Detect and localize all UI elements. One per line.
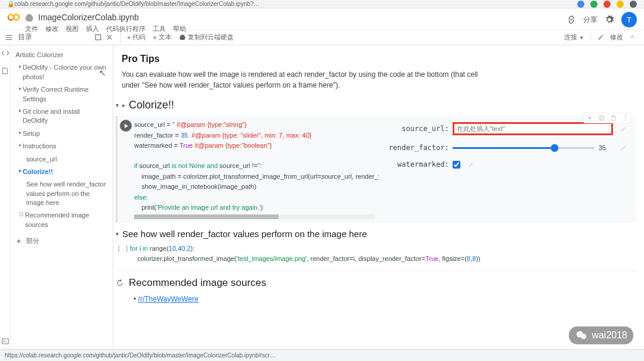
connect-button[interactable]: 连接 ▼ (564, 33, 584, 42)
cell-prompt: [ ] (116, 244, 130, 264)
svg-point-1 (14, 14, 19, 20)
settings-gear-icon[interactable] (605, 15, 614, 24)
render-factor-value: 35 (599, 144, 613, 151)
toc-item-add-section[interactable]: ＋ 部分 (16, 235, 108, 247)
render-factor-label: render_factor: (383, 144, 449, 152)
wechat-icon (575, 329, 588, 342)
lock-icon: 🔒 (7, 1, 14, 7)
render-factor-slider[interactable] (453, 147, 594, 149)
drive-small-icon (179, 34, 186, 41)
svg-rect-4 (2, 339, 8, 344)
run-cell-button[interactable] (120, 120, 132, 132)
toc-item-deoldify[interactable]: ▸DeOldify - Colorize your own photos! (16, 61, 108, 83)
menu-hamburger-icon[interactable] (5, 33, 13, 42)
code-editor[interactable]: source_url = '' #@param {type:"string"} … (134, 116, 379, 223)
svg-point-5 (589, 117, 591, 119)
colab-logo-icon (7, 11, 20, 24)
terminal-icon[interactable] (1, 337, 10, 346)
svg-point-12 (581, 334, 586, 339)
toc-title: 目录 (18, 32, 32, 42)
edit-field-icon[interactable] (620, 144, 627, 151)
svg-rect-7 (600, 117, 604, 120)
toc-item-source-url[interactable]: source_url (16, 153, 108, 166)
cell-settings-icon[interactable] (586, 114, 593, 122)
cell-link-icon[interactable] (598, 114, 605, 122)
cell-action-bar (583, 113, 632, 123)
colorize-heading: Colorize!! (129, 99, 174, 111)
menu-tools[interactable]: 工具 (153, 24, 166, 33)
recommended-section-head[interactable]: Recommended image sources (116, 277, 636, 289)
watermarked-label: watermarked: (383, 160, 449, 169)
protips-text: You can evaluate how well the image is r… (122, 69, 479, 91)
cell-form-panel: source_url: render_factor: 35 (379, 116, 636, 223)
left-rail (0, 45, 11, 349)
table-of-contents: Artistic Colorizer ▸DeOldify - Colorize … (11, 45, 113, 349)
pencil-icon (597, 34, 604, 41)
notebook-content: Pro Tips You can evaluate how well the i… (113, 45, 644, 349)
menu-runtime[interactable]: 代码执行程序 (106, 24, 145, 33)
watermark-overlay: wai2018 (569, 326, 633, 344)
files-icon[interactable] (1, 67, 10, 75)
collapse-up-icon[interactable] (629, 34, 636, 41)
svg-point-10 (625, 120, 626, 121)
share-link-icon[interactable] (566, 15, 576, 24)
cell-delete-icon[interactable] (610, 114, 617, 122)
edit-field-icon[interactable] (467, 161, 475, 168)
page-url: colab.research.google.com/github/jantic/… (14, 1, 577, 7)
colorize-section-head[interactable]: ▾ ▸ Colorize!! (116, 99, 636, 111)
close-toc-icon[interactable] (106, 33, 113, 41)
status-url: https://colab.research.google.com/github… (5, 352, 639, 359)
recommended-heading: Recommended image sources (129, 277, 267, 289)
menu-view[interactable]: 视图 (66, 24, 79, 33)
toc-item-setup[interactable]: ▸Setup (16, 127, 108, 140)
toc-item-recommended[interactable]: ▢Recommended image sources (16, 209, 108, 231)
edit-field-icon[interactable] (620, 125, 627, 132)
seehow-heading: See how well render_factor values perfor… (122, 229, 367, 239)
user-avatar[interactable]: T (621, 12, 637, 27)
cell-more-icon[interactable] (622, 114, 629, 122)
code-horizontal-scrollbar[interactable] (134, 214, 375, 219)
colab-header: ImageColorizerColab.ipynb 文件 修改 视图 插入 代码… (0, 8, 644, 30)
watermarked-checkbox[interactable] (453, 161, 460, 169)
svg-rect-6 (599, 116, 603, 119)
new-window-icon[interactable] (94, 33, 102, 41)
slider-thumb[interactable] (550, 144, 558, 152)
browser-address-bar: 🔒 colab.research.google.com/github/janti… (0, 0, 644, 8)
menu-bar: 文件 修改 视图 插入 代码执行程序 工具 帮助 (7, 24, 637, 33)
protips-heading: Pro Tips (122, 54, 636, 64)
seehow-section-head[interactable]: ▾ See how well render_factor values perf… (116, 229, 636, 239)
svg-point-8 (625, 116, 626, 117)
toc-item-instructions[interactable]: ▸Instructions (16, 140, 108, 153)
source-url-input[interactable] (453, 122, 613, 135)
recommended-link-item: • /r/TheWayWeWere (134, 295, 636, 303)
toc-item-artistic-colorizer[interactable]: Artistic Colorizer (16, 49, 108, 61)
render-factor-loop-cell[interactable]: [ ] for i in range(10,40,2): colorizer.p… (116, 244, 636, 264)
toc-item-verify-runtime[interactable]: ▸Verify Correct Runtime Settings (16, 83, 108, 105)
menu-help[interactable]: 帮助 (173, 24, 186, 33)
source-url-label: source_url: (383, 125, 449, 133)
menu-file[interactable]: 文件 (25, 24, 38, 33)
menu-edit[interactable]: 修改 (45, 24, 58, 33)
svg-point-9 (625, 117, 626, 119)
edit-button[interactable]: 修改 (610, 33, 623, 42)
notebook-name[interactable]: ImageColorizerColab.ipynb (38, 13, 139, 22)
toc-item-git-clone[interactable]: ▸Git clone and install DeOldify (16, 105, 108, 127)
reload-icon (116, 279, 124, 287)
menu-insert[interactable]: 插入 (86, 24, 99, 33)
reddit-link[interactable]: /r/TheWayWeWere (138, 295, 199, 303)
code-snippets-icon[interactable] (1, 49, 10, 57)
divider (116, 270, 636, 271)
status-bar: https://colab.research.google.com/github… (0, 349, 644, 361)
browser-extension-icons (577, 1, 637, 8)
toc-item-see-how-well[interactable]: See how well render_factor values perfor… (16, 178, 108, 209)
toc-item-colorize[interactable]: ▸Colorize!! (16, 166, 108, 178)
colorize-code-cell[interactable]: source_url = '' #@param {type:"string"} … (116, 116, 636, 223)
drive-icon (25, 13, 33, 21)
svg-rect-3 (95, 35, 101, 40)
code-editor[interactable]: for i in range(10,40,2): colorizer.plot_… (130, 244, 480, 264)
share-label[interactable]: 分享 (583, 15, 597, 25)
